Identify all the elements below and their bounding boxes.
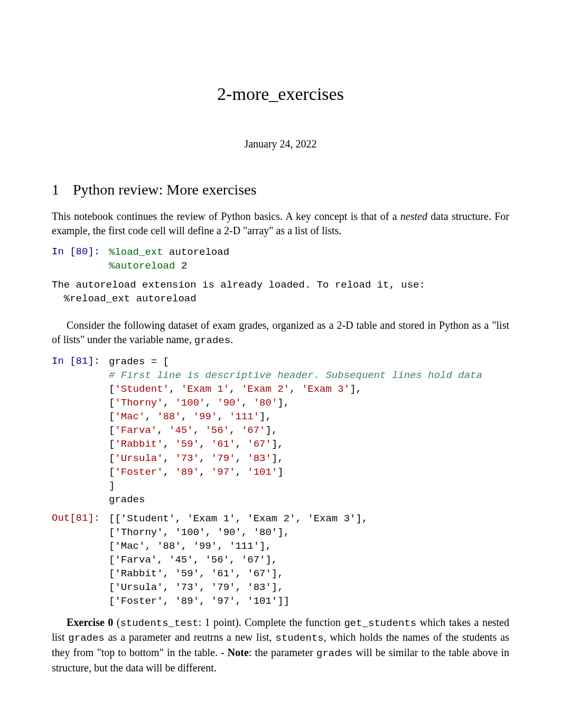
code-line: %autoreload 2 xyxy=(109,259,509,273)
punct: ], xyxy=(350,383,362,395)
code-line: ['Mac', '88', '99', '111'], xyxy=(109,410,509,423)
code-line: # First line is descriptive header. Subs… xyxy=(109,368,509,382)
punct: , xyxy=(241,397,254,409)
paragraph: Consider the following dataset of exam g… xyxy=(52,318,509,348)
code-body: grades = [ # First line is descriptive h… xyxy=(109,355,509,506)
code-cell-81: In [81]: grades = [ # First line is desc… xyxy=(52,355,509,506)
punct: ], xyxy=(266,425,278,436)
str: 'Exam 2' xyxy=(241,383,289,395)
code-body: %load_ext autoreload %autoreload 2 xyxy=(109,245,509,273)
str: '45' xyxy=(169,425,193,436)
punct: [ xyxy=(109,438,115,450)
text: ( xyxy=(113,616,120,628)
punct: [ xyxy=(109,453,115,464)
magic-arg: 2 xyxy=(175,260,187,272)
inline-code: grades xyxy=(68,632,104,644)
intro-paragraph: This notebook continues the review of Py… xyxy=(52,209,509,238)
str: '67' xyxy=(241,425,266,436)
inline-code: students xyxy=(275,632,323,644)
str: '83' xyxy=(247,453,272,464)
punct: , xyxy=(163,466,175,478)
punct: , xyxy=(199,438,211,450)
punct: , xyxy=(199,466,211,478)
punct: , xyxy=(235,438,247,450)
magic: %load_ext xyxy=(109,246,163,258)
str: '89' xyxy=(175,466,199,478)
str: '101' xyxy=(247,466,277,478)
section-title: Python review: More exercises xyxy=(73,181,257,198)
punct: ], xyxy=(277,397,289,409)
punct: [ xyxy=(109,466,115,478)
output-line: ['Ursula', '73', '79', '83'], xyxy=(109,580,509,594)
code-line: ['Thorny', '100', '90', '80'], xyxy=(109,396,509,410)
code-line: %load_ext autoreload xyxy=(109,245,509,259)
punct: , xyxy=(235,466,247,478)
document-title: 2-more_exercises xyxy=(52,82,509,106)
str: '79' xyxy=(211,453,236,464)
str: '88' xyxy=(157,411,181,422)
str: 'Mac' xyxy=(115,411,145,422)
str: 'Farva' xyxy=(115,425,157,436)
str: 'Exam 1' xyxy=(181,383,229,395)
str: 'Student' xyxy=(115,383,169,395)
inline-code: grades xyxy=(194,335,230,346)
output-line: [['Student', 'Exam 1', 'Exam 2', 'Exam 3… xyxy=(109,512,509,526)
punct: , xyxy=(205,397,217,409)
code-line: ] xyxy=(109,479,509,493)
text: Consider the following dataset of exam g… xyxy=(52,319,509,345)
str: 'Exam 3' xyxy=(302,383,350,395)
punct: ], xyxy=(272,438,284,450)
str: '61' xyxy=(211,438,236,450)
text: as a parameter and reutrns a new list, xyxy=(105,631,276,643)
inline-code: grades xyxy=(316,648,352,659)
punct: , xyxy=(193,425,205,436)
output-line: ['Foster', '89', '97', '101']] xyxy=(109,594,509,608)
str: 'Rabbit' xyxy=(115,438,163,450)
str: '111' xyxy=(229,411,259,422)
code-line: ['Farva', '45', '56', '67'], xyxy=(109,423,509,437)
punct: [ xyxy=(109,425,115,436)
punct: , xyxy=(235,453,247,464)
output-line: ['Thorny', '100', '90', '80'], xyxy=(109,526,509,539)
punct: , xyxy=(145,411,157,422)
output-line: ['Farva', '45', '56', '67'], xyxy=(109,553,509,567)
exercise-label: Exercise 0 xyxy=(67,616,113,628)
stdout-line: The autoreload extension is already load… xyxy=(52,279,425,291)
output-line: ['Rabbit', '59', '61', '67'], xyxy=(109,567,509,580)
punct: ], xyxy=(272,453,284,464)
str: '59' xyxy=(175,438,199,450)
inline-code: students_test xyxy=(120,618,198,629)
text: . xyxy=(230,334,233,345)
document-date: January 24, 2022 xyxy=(52,137,509,151)
punct: , xyxy=(229,425,241,436)
code-line: ['Foster', '89', '97', '101'] xyxy=(109,465,509,479)
str: '99' xyxy=(193,411,218,422)
punct: , xyxy=(229,383,241,395)
str: '67' xyxy=(247,438,272,450)
punct: , xyxy=(163,438,175,450)
code-line: grades xyxy=(109,493,509,506)
text: : the parameter xyxy=(249,647,316,658)
str: '80' xyxy=(254,397,278,409)
punct: , xyxy=(289,383,302,395)
input-prompt: In [80]: xyxy=(52,245,109,259)
str: 'Thorny' xyxy=(115,397,163,409)
output-cell-81: Out[81]: [['Student', 'Exam 1', 'Exam 2'… xyxy=(52,512,509,608)
text: This notebook continues the review of Py… xyxy=(52,210,400,222)
text: : 1 point). Complete the function xyxy=(199,616,344,628)
exercise-paragraph: Exercise 0 (students_test: 1 point). Com… xyxy=(52,615,509,675)
punct: , xyxy=(157,425,169,436)
code-line: ['Rabbit', '59', '61', '67'], xyxy=(109,437,509,451)
document-page: 2-more_exercises January 24, 2022 1Pytho… xyxy=(0,0,561,720)
output-body: [['Student', 'Exam 1', 'Exam 2', 'Exam 3… xyxy=(109,512,509,608)
str: 'Ursula' xyxy=(115,453,163,464)
note-label: Note xyxy=(228,647,249,658)
stdout-line: %reload_ext autoreload xyxy=(52,293,197,305)
str: '73' xyxy=(175,453,199,464)
magic-arg: autoreload xyxy=(163,246,229,258)
str: 'Foster' xyxy=(115,466,163,478)
punct: , xyxy=(217,411,229,422)
comment: # First line is descriptive header. Subs… xyxy=(109,370,482,381)
input-prompt: In [81]: xyxy=(52,355,109,368)
punct: [ xyxy=(109,397,115,409)
